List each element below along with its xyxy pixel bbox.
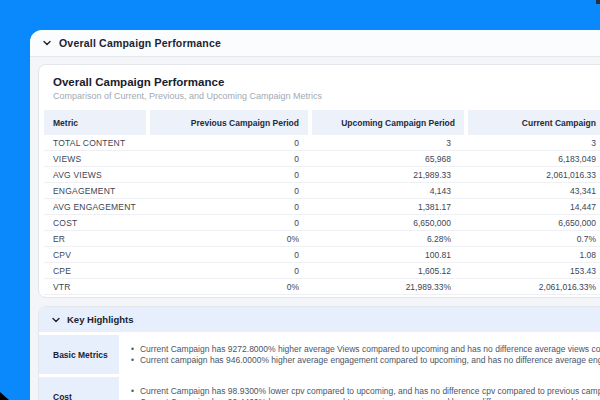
metric-name: TOTAL CONTENT [44, 138, 150, 148]
metric-name: VIEWS [44, 154, 150, 164]
table-row: TOTAL CONTENT 0 3 3 [44, 135, 600, 151]
metric-previous-value: 0 [150, 154, 308, 164]
campaign-performance-card: Overall Campaign Performance Comparison … [38, 64, 600, 298]
metric-current-value: 6,650,000 [460, 218, 600, 228]
table-row: CPE 0 1,605.12 153.43 [44, 263, 600, 279]
metric-name: AVG VIEWS [44, 170, 150, 180]
table-row: VTR 0% 21,989.33% 2,061,016.33% [44, 279, 600, 295]
metric-previous-value: 0 [150, 170, 308, 180]
metric-current-value: 3 [460, 138, 600, 148]
metric-current-value: 153.43 [460, 266, 600, 276]
metric-current-value: 2,061,016.33% [460, 282, 600, 292]
metric-upcoming-value: 1,605.12 [308, 266, 460, 276]
metric-previous-value: 0 [150, 266, 308, 276]
app-background: { "colors": { "app_background": "#0989FB… [0, 0, 600, 400]
highlight-text: Current Campaign has 9272.8000% higher a… [140, 344, 600, 355]
card-title: Overall Campaign Performance [53, 76, 593, 88]
list-item: • Current Campaign has 9272.8000% higher… [131, 344, 600, 355]
metric-name: ENGAGEMENT [44, 186, 150, 196]
metric-name: AVG ENGAGEMENT [44, 202, 150, 212]
metric-previous-value: 0 [150, 218, 308, 228]
metric-previous-value: 0 [150, 138, 308, 148]
column-header-previous-period: Previous Campaign Period [150, 110, 308, 135]
chevron-down-icon [52, 317, 60, 323]
window-corner-artifact [596, 0, 600, 4]
metric-upcoming-value: 4,143 [308, 186, 460, 196]
highlight-label: Basic Metrics [39, 335, 119, 374]
metrics-table: Metric Previous Campaign Period Upcoming… [44, 110, 600, 295]
card-subtitle: Comparison of Current, Previous, and Upc… [53, 91, 593, 101]
highlight-text: Current Campaign has 90.4400% lower cpe … [140, 397, 600, 400]
metric-upcoming-value: 3 [308, 138, 460, 148]
highlight-row-basic-metrics: Basic Metrics • Current Campaign has 927… [39, 335, 600, 377]
table-header-row: Metric Previous Campaign Period Upcoming… [44, 110, 600, 135]
highlight-bullet-list: • Current Campaign has 98.9300% lower cp… [119, 377, 600, 400]
highlight-text: Current campaign has 946.0000% higher av… [140, 355, 600, 366]
column-header-metric: Metric [44, 110, 146, 135]
table-row: AVG ENGAGEMENT 0 1,381.17 14,447 [44, 199, 600, 215]
metric-name: ER [44, 234, 150, 244]
metric-current-value: 6,183,049 [460, 154, 600, 164]
metric-previous-value: 0 [150, 250, 308, 260]
list-item: • Current Campaign has 98.9300% lower cp… [131, 386, 600, 397]
bullet-icon: • [131, 386, 134, 397]
bullet-icon: • [131, 344, 134, 355]
highlight-label: Cost [39, 377, 119, 400]
metric-upcoming-value: 6,650,000 [308, 218, 460, 228]
list-item: • Current Campaign has 90.4400% lower cp… [131, 397, 600, 400]
content-panel: Overall Campaign Performance Overall Cam… [30, 30, 600, 400]
metric-current-value: 1.08 [460, 250, 600, 260]
bullet-icon: • [131, 355, 134, 366]
metric-upcoming-value: 21,989.33% [308, 282, 460, 292]
table-row: CPV 0 100.81 1.08 [44, 247, 600, 263]
highlight-bullet-list: • Current Campaign has 9272.8000% higher… [119, 335, 600, 374]
metric-current-value: 14,447 [460, 202, 600, 212]
section-header-overall-campaign-performance[interactable]: Overall Campaign Performance [30, 30, 600, 57]
bullet-icon: • [131, 397, 134, 400]
key-highlights-title: Key Highlights [67, 314, 134, 325]
column-header-upcoming-period: Upcoming Campaign Period [312, 110, 464, 135]
metric-previous-value: 0 [150, 202, 308, 212]
metric-upcoming-value: 1,381.17 [308, 202, 460, 212]
table-row: ENGAGEMENT 0 4,143 43,341 [44, 183, 600, 199]
column-header-current-campaign: Current Campaign [468, 110, 600, 135]
metric-upcoming-value: 65,968 [308, 154, 460, 164]
metric-previous-value: 0 [150, 186, 308, 196]
metric-name: CPE [44, 266, 150, 276]
key-highlights-header[interactable]: Key Highlights [39, 307, 600, 335]
table-row: COST 0 6,650,000 6,650,000 [44, 215, 600, 231]
metric-current-value: 0.7% [460, 234, 600, 244]
table-row: VIEWS 0 65,968 6,183,049 [44, 151, 600, 167]
chevron-down-icon [43, 40, 51, 46]
metric-name: CPV [44, 250, 150, 260]
metric-name: VTR [44, 282, 150, 292]
highlight-row-cost: Cost • Current Campaign has 98.9300% low… [39, 377, 600, 400]
table-row: ER 0% 6.28% 0.7% [44, 231, 600, 247]
key-highlights-card: Key Highlights Basic Metrics • Current C… [38, 306, 600, 400]
mouse-cursor [0, 392, 9, 400]
list-item: • Current campaign has 946.0000% higher … [131, 355, 600, 366]
metric-upcoming-value: 6.28% [308, 234, 460, 244]
metric-upcoming-value: 21,989.33 [308, 170, 460, 180]
metric-previous-value: 0% [150, 234, 308, 244]
highlight-text: Current Campaign has 98.9300% lower cpv … [140, 386, 600, 397]
table-row: AVG VIEWS 0 21,989.33 2,061,016.33 [44, 167, 600, 183]
section-title: Overall Campaign Performance [59, 37, 221, 49]
metric-upcoming-value: 100.81 [308, 250, 460, 260]
metric-current-value: 2,061,016.33 [460, 170, 600, 180]
metric-current-value: 43,341 [460, 186, 600, 196]
metric-name: COST [44, 218, 150, 228]
metric-previous-value: 0% [150, 282, 308, 292]
